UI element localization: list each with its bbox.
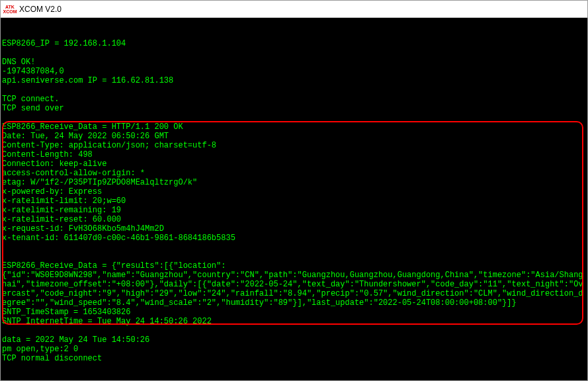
app-icon: ATKXCOM (5, 4, 15, 15)
terminal-text: ESP8266_IP = 192.168.1.104 DNS OK! -1974… (2, 39, 587, 363)
app-window: ATKXCOM XCOM V2.0 ESP8266_IP = 192.168.1… (0, 0, 588, 381)
terminal-output[interactable]: ESP8266_IP = 192.168.1.104 DNS OK! -1974… (1, 18, 587, 380)
titlebar[interactable]: ATKXCOM XCOM V2.0 (1, 1, 587, 18)
window-title: XCOM V2.0 (19, 5, 62, 14)
